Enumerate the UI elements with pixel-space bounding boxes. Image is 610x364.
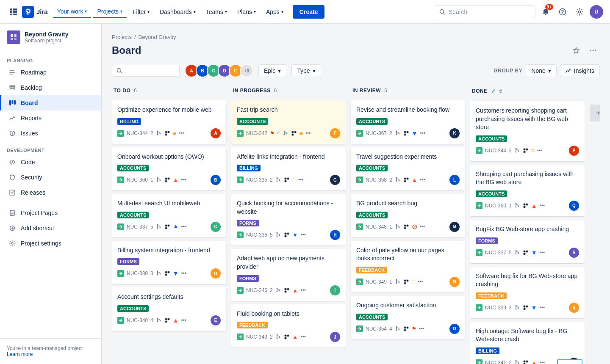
sidebar-item-code[interactable]: Code <box>0 154 101 170</box>
notifications-button[interactable]: 9+ <box>539 5 552 19</box>
project-icon <box>7 30 20 44</box>
card-done-1[interactable]: Customers reporting shopping cart purcha… <box>470 101 585 161</box>
insights-button[interactable]: Insights <box>560 64 600 77</box>
nav-filter[interactable]: Filter ▾ <box>128 6 154 18</box>
breadcrumb-beyond-gravity[interactable]: Beyond Gravity <box>139 34 176 40</box>
sidebar-item-security[interactable]: Security <box>0 170 101 185</box>
sidebar-item-reports[interactable]: Reports <box>0 110 101 126</box>
card-more-button[interactable]: ••• <box>179 130 184 136</box>
create-button[interactable]: Create <box>293 5 325 19</box>
sidebar-item-roadmap[interactable]: Roadmap <box>0 65 101 80</box>
learn-more-link[interactable]: Learn more <box>7 351 33 357</box>
card-more-button[interactable]: ••• <box>298 177 304 183</box>
priority-icon-high: ▲ <box>412 176 418 183</box>
card-nuc-354[interactable]: Ongoing customer satisfaction ACCOUNTS N… <box>351 296 465 339</box>
card-editing-overlay[interactable] <box>557 359 582 364</box>
card-nuc-360[interactable]: Onboard workout options (OWO) ACCOUNTS N… <box>112 147 226 191</box>
card-nuc-367[interactable]: Revise and streamline booking flow ACCOU… <box>351 100 465 144</box>
pages-icon <box>8 209 17 217</box>
sidebar-item-add-shortcut[interactable]: Add shortcut <box>0 221 101 236</box>
card-more-button[interactable]: ••• <box>301 232 306 238</box>
card-more-button[interactable]: ••• <box>540 203 545 209</box>
card-more-button[interactable]: ••• <box>181 177 187 183</box>
card-nuc-339[interactable]: Billing system integration - frontend FO… <box>112 241 226 284</box>
card-label: ACCOUNTS <box>356 165 388 171</box>
svg-rect-6 <box>10 14 12 15</box>
card-more-button[interactable]: ••• <box>540 305 545 311</box>
nav-projects[interactable]: Projects ▾ <box>93 6 127 18</box>
card-more-button[interactable]: ••• <box>419 326 424 332</box>
card-done-2[interactable]: Shopping cart purchasing issues with the… <box>470 165 585 216</box>
nav-dashboards[interactable]: Dashboards ▾ <box>155 6 200 18</box>
card-nuc-340[interactable]: Account settings defaults ACCOUNTS NUC-3… <box>112 287 226 331</box>
help-button[interactable] <box>556 5 569 19</box>
card-footer: NUC-358 2 ▲ ••• L <box>356 175 460 185</box>
nav-teams[interactable]: Teams ▾ <box>202 6 231 18</box>
card-label: FEEDBACK <box>476 292 507 299</box>
subtasks-icon <box>164 270 170 276</box>
card-nuc-336[interactable]: Quick booking for accommodations - websi… <box>231 194 346 245</box>
card-more-button[interactable]: ••• <box>420 177 426 183</box>
card-more-button[interactable]: ••• <box>181 270 187 276</box>
sidebar-item-backlog[interactable]: Backlog <box>0 80 101 95</box>
card-done-5[interactable]: High outage: Software bug fix - BG Web-s… <box>470 322 585 364</box>
nav-your-work[interactable]: Your work ▾ <box>53 6 92 18</box>
settings-button[interactable] <box>573 5 586 19</box>
card-nuc-342[interactable]: Fast trip search ACCOUNTS NUC-342 ⚑ 4 ≡ … <box>231 100 346 144</box>
search-box[interactable]: Search <box>434 6 535 18</box>
sidebar-item-project-pages[interactable]: Project Pages <box>0 205 101 221</box>
column-count-inreview: 6 <box>384 88 387 94</box>
card-more-button[interactable]: ••• <box>420 130 426 136</box>
card-more-button[interactable]: ••• <box>301 287 306 293</box>
card-more-button[interactable]: ••• <box>418 279 423 285</box>
card-more-button[interactable]: ••• <box>181 317 187 323</box>
group-by-dropdown[interactable]: None ▾ <box>526 64 556 77</box>
sidebar-item-releases[interactable]: Releases <box>0 185 101 200</box>
card-more-button[interactable]: ••• <box>181 224 187 230</box>
card-more-button[interactable]: ••• <box>540 360 545 364</box>
svg-rect-71 <box>168 271 169 273</box>
jira-logo[interactable]: Jira <box>22 6 48 18</box>
card-nuc-346[interactable]: Adapt web app no new payments provider F… <box>231 249 346 301</box>
svg-point-144 <box>396 326 397 327</box>
card-more-button[interactable]: ••• <box>305 130 311 136</box>
grid-menu-button[interactable] <box>7 5 20 19</box>
nav-plans[interactable]: Plans ▾ <box>233 6 260 18</box>
breadcrumb-projects[interactable]: Projects <box>112 34 132 40</box>
add-column-button[interactable]: + <box>590 105 600 121</box>
card-nuc-344[interactable]: Optimize experience for mobile web BILLI… <box>112 100 226 144</box>
svg-rect-15 <box>14 34 17 37</box>
card-nuc-343[interactable]: Fluid booking on tablets FEEDBACK NUC-34… <box>231 304 346 348</box>
sidebar-item-project-settings[interactable]: Project settings <box>0 236 101 251</box>
board-search[interactable] <box>112 65 180 77</box>
roadmap-icon <box>8 68 17 77</box>
sidebar-item-issues[interactable]: Issues <box>0 126 101 141</box>
sidebar-item-board[interactable]: Board <box>0 95 101 110</box>
svg-point-54 <box>157 181 158 182</box>
user-avatar[interactable]: U <box>590 5 603 19</box>
card-more-button[interactable]: ••• <box>540 250 545 256</box>
card-nuc-358[interactable]: Travel suggestion experiments ACCOUNTS N… <box>351 147 465 191</box>
branch-icon <box>275 232 281 238</box>
type-filter-dropdown[interactable]: Type ▾ <box>291 64 321 77</box>
more-button[interactable] <box>586 44 600 57</box>
card-avatar: A <box>211 128 221 138</box>
chevron-down-icon: ▾ <box>254 9 256 14</box>
card-nuc-335[interactable]: Affelite links integration - frontend BI… <box>231 147 346 191</box>
card-nuc-348[interactable]: BG product search bug ACCOUNTS NUC-348 1… <box>351 194 465 237</box>
card-nuc-337[interactable]: Multi-dest search UI mobileweb ACCOUNTS … <box>112 194 226 237</box>
card-done-4[interactable]: Software bug fix for BG Web-store app cr… <box>470 267 585 318</box>
card-done-3[interactable]: BugFix BG Web-store app crashing FORMS N… <box>470 220 585 263</box>
nav-apps[interactable]: Apps ▾ <box>262 6 288 18</box>
svg-point-76 <box>159 320 161 321</box>
card-more-button[interactable]: ••• <box>537 148 543 154</box>
card-more-button[interactable]: ••• <box>301 334 306 340</box>
epic-filter-dropdown[interactable]: Epic ▾ <box>258 64 286 77</box>
avatar-more[interactable]: +3 <box>240 64 253 77</box>
card-footer: NUC-354 4 ⚑ ••• O <box>356 324 460 334</box>
card-more-button[interactable]: ••• <box>420 224 425 230</box>
card-nuc-349[interactable]: Color of pale yellow on our pages looks … <box>351 241 465 292</box>
card-avatar: D <box>211 268 221 279</box>
card-label: ACCOUNTS <box>117 305 149 312</box>
star-button[interactable] <box>569 44 583 57</box>
